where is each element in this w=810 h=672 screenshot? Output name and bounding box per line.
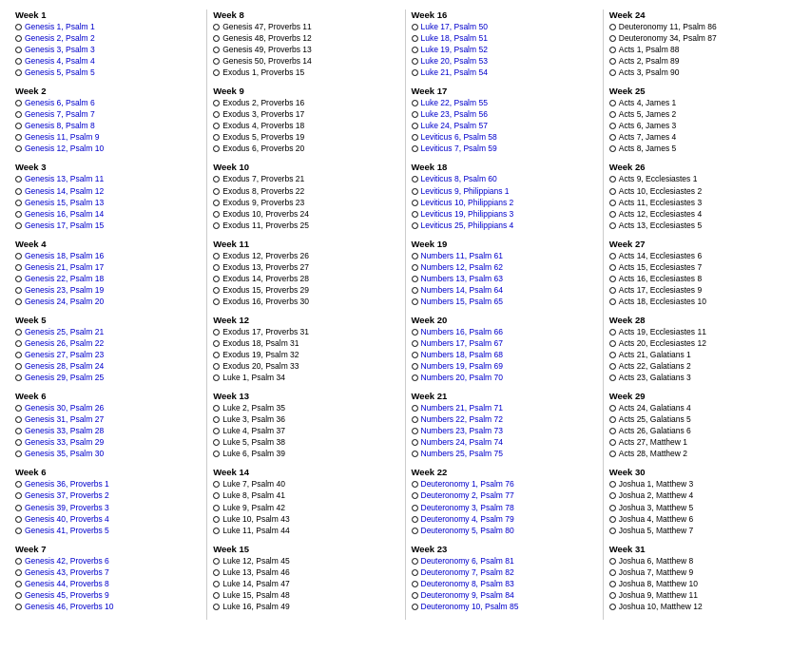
reading-bullet[interactable]: [412, 145, 418, 152]
reading-bullet[interactable]: [15, 298, 22, 305]
reading-bullet[interactable]: [15, 363, 22, 370]
reading-bullet[interactable]: [15, 200, 22, 206]
reading-bullet[interactable]: [412, 222, 418, 229]
reading-bullet[interactable]: [15, 481, 22, 488]
reading-bullet[interactable]: [15, 100, 22, 106]
reading-bullet[interactable]: [15, 276, 22, 282]
reading-bullet[interactable]: [412, 528, 418, 534]
reading-bullet[interactable]: [213, 69, 220, 76]
reading-bullet[interactable]: [213, 264, 220, 271]
reading-bullet[interactable]: [609, 363, 616, 370]
reading-bullet[interactable]: [412, 505, 418, 511]
reading-bullet[interactable]: [609, 505, 616, 511]
reading-bullet[interactable]: [15, 374, 22, 381]
reading-bullet[interactable]: [609, 352, 616, 358]
reading-bullet[interactable]: [15, 222, 22, 229]
reading-bullet[interactable]: [213, 405, 220, 412]
reading-bullet[interactable]: [213, 558, 220, 565]
reading-bullet[interactable]: [213, 222, 220, 229]
reading-bullet[interactable]: [609, 24, 616, 30]
reading-bullet[interactable]: [609, 35, 616, 42]
reading-bullet[interactable]: [412, 69, 418, 76]
reading-bullet[interactable]: [412, 439, 418, 446]
reading-bullet[interactable]: [213, 352, 220, 358]
reading-bullet[interactable]: [15, 592, 22, 599]
reading-bullet[interactable]: [609, 58, 616, 65]
reading-bullet[interactable]: [412, 581, 418, 587]
reading-bullet[interactable]: [15, 439, 22, 446]
reading-bullet[interactable]: [15, 176, 22, 182]
reading-bullet[interactable]: [609, 592, 616, 599]
reading-bullet[interactable]: [609, 569, 616, 576]
reading-bullet[interactable]: [213, 134, 220, 141]
reading-bullet[interactable]: [15, 264, 22, 271]
reading-bullet[interactable]: [15, 253, 22, 259]
reading-bullet[interactable]: [609, 340, 616, 347]
reading-bullet[interactable]: [412, 211, 418, 218]
reading-bullet[interactable]: [213, 188, 220, 195]
reading-bullet[interactable]: [15, 145, 22, 152]
reading-bullet[interactable]: [412, 352, 418, 358]
reading-bullet[interactable]: [609, 439, 616, 446]
reading-bullet[interactable]: [412, 604, 418, 610]
reading-bullet[interactable]: [609, 211, 616, 218]
reading-bullet[interactable]: [213, 176, 220, 182]
reading-bullet[interactable]: [15, 69, 22, 76]
reading-bullet[interactable]: [412, 24, 418, 30]
reading-bullet[interactable]: [15, 581, 22, 587]
reading-bullet[interactable]: [609, 222, 616, 229]
reading-bullet[interactable]: [213, 24, 220, 30]
reading-bullet[interactable]: [15, 604, 22, 610]
reading-bullet[interactable]: [609, 558, 616, 565]
reading-bullet[interactable]: [15, 134, 22, 141]
reading-bullet[interactable]: [609, 134, 616, 141]
reading-bullet[interactable]: [609, 405, 616, 412]
reading-bullet[interactable]: [609, 69, 616, 76]
reading-bullet[interactable]: [412, 176, 418, 182]
reading-bullet[interactable]: [213, 569, 220, 576]
reading-bullet[interactable]: [412, 416, 418, 423]
reading-bullet[interactable]: [213, 592, 220, 599]
reading-bullet[interactable]: [412, 35, 418, 42]
reading-bullet[interactable]: [412, 298, 418, 305]
reading-bullet[interactable]: [15, 24, 22, 30]
reading-bullet[interactable]: [213, 329, 220, 336]
reading-bullet[interactable]: [15, 405, 22, 412]
reading-bullet[interactable]: [412, 340, 418, 347]
reading-bullet[interactable]: [609, 176, 616, 182]
reading-bullet[interactable]: [412, 558, 418, 565]
reading-bullet[interactable]: [213, 200, 220, 206]
reading-bullet[interactable]: [412, 405, 418, 412]
reading-bullet[interactable]: [15, 528, 22, 534]
reading-bullet[interactable]: [15, 451, 22, 457]
reading-bullet[interactable]: [15, 111, 22, 118]
reading-bullet[interactable]: [412, 123, 418, 129]
reading-bullet[interactable]: [412, 253, 418, 259]
reading-bullet[interactable]: [213, 100, 220, 106]
reading-bullet[interactable]: [213, 528, 220, 534]
reading-bullet[interactable]: [213, 287, 220, 294]
reading-bullet[interactable]: [213, 298, 220, 305]
reading-bullet[interactable]: [412, 516, 418, 523]
reading-bullet[interactable]: [609, 123, 616, 129]
reading-bullet[interactable]: [213, 439, 220, 446]
reading-bullet[interactable]: [412, 276, 418, 282]
reading-bullet[interactable]: [609, 416, 616, 423]
reading-bullet[interactable]: [609, 287, 616, 294]
reading-bullet[interactable]: [15, 329, 22, 336]
reading-bullet[interactable]: [213, 145, 220, 152]
reading-bullet[interactable]: [213, 516, 220, 523]
reading-bullet[interactable]: [412, 58, 418, 65]
reading-bullet[interactable]: [213, 340, 220, 347]
reading-bullet[interactable]: [609, 276, 616, 282]
reading-bullet[interactable]: [15, 516, 22, 523]
reading-bullet[interactable]: [213, 604, 220, 610]
reading-bullet[interactable]: [609, 451, 616, 457]
reading-bullet[interactable]: [15, 505, 22, 511]
reading-bullet[interactable]: [412, 363, 418, 370]
reading-bullet[interactable]: [609, 492, 616, 499]
reading-bullet[interactable]: [412, 111, 418, 118]
reading-bullet[interactable]: [15, 123, 22, 129]
reading-bullet[interactable]: [15, 47, 22, 53]
reading-bullet[interactable]: [609, 329, 616, 336]
